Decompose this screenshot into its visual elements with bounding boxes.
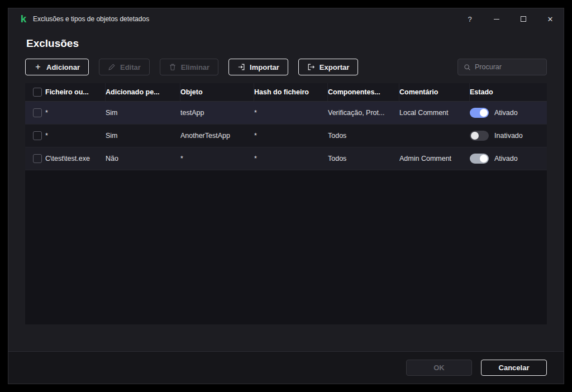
- add-button[interactable]: + Adicionar: [25, 59, 89, 75]
- export-button[interactable]: Exportar: [298, 59, 358, 75]
- export-button-label: Exportar: [320, 63, 349, 71]
- cell-object: testApp: [180, 109, 254, 117]
- header-components[interactable]: Componentes...: [328, 83, 399, 101]
- row-checkbox[interactable]: [33, 131, 42, 140]
- row-checkbox[interactable]: [33, 108, 42, 117]
- table-empty-area: [25, 170, 547, 324]
- state-toggle[interactable]: [470, 108, 489, 118]
- titlebar: k Exclusões e tipos de objetos detetados…: [8, 8, 564, 30]
- state-toggle[interactable]: [470, 154, 489, 164]
- cell-state: Ativado: [470, 108, 547, 118]
- select-all-checkbox[interactable]: [33, 88, 42, 97]
- row-checkbox[interactable]: [33, 154, 42, 163]
- cell-file: *: [45, 109, 106, 117]
- maximize-icon: [521, 16, 526, 22]
- cell-components: Verificação, Prot...: [328, 109, 399, 117]
- search-box: [457, 59, 547, 75]
- exclusions-table: Ficheiro ou... Adicionado pe... Objeto H…: [25, 83, 547, 324]
- cell-state: Inativado: [470, 131, 547, 141]
- cell-components: Todos: [328, 132, 399, 140]
- ok-button-label: OK: [433, 364, 445, 372]
- cell-file: *: [45, 132, 106, 140]
- cell-added-by: Sim: [106, 132, 180, 140]
- ok-button[interactable]: OK: [406, 360, 472, 376]
- cell-components: Todos: [328, 155, 399, 162]
- search-icon: [464, 64, 471, 71]
- add-button-label: Adicionar: [46, 63, 80, 71]
- import-button-label: Importar: [250, 63, 279, 71]
- cell-hash: *: [254, 155, 328, 162]
- cell-added-by: Não: [106, 155, 180, 162]
- table-row[interactable]: C\test\test.exe Não * * Todos Admin Comm…: [25, 147, 547, 170]
- header-state[interactable]: Estado: [470, 83, 547, 101]
- header-added-by[interactable]: Adicionado pe...: [106, 83, 180, 101]
- cell-comment: Local Comment: [399, 109, 470, 117]
- dialog-window: k Exclusões e tipos de objetos detetados…: [8, 8, 564, 384]
- table-header-row: Ficheiro ou... Adicionado pe... Objeto H…: [25, 83, 547, 102]
- cell-added-by: Sim: [106, 109, 180, 117]
- import-button[interactable]: Importar: [228, 59, 288, 75]
- footer: OK Cancelar: [8, 351, 564, 384]
- pencil-icon: [108, 63, 116, 71]
- header-object[interactable]: Objeto: [180, 83, 254, 101]
- cell-hash: *: [254, 109, 328, 117]
- minimize-button[interactable]: [483, 8, 510, 30]
- maximize-button[interactable]: [510, 8, 537, 30]
- kaspersky-logo-icon: k: [18, 14, 28, 24]
- header-hash[interactable]: Hash do ficheiro: [254, 83, 328, 101]
- plus-icon: +: [34, 63, 42, 71]
- close-button[interactable]: ✕: [537, 8, 564, 30]
- state-toggle[interactable]: [470, 131, 489, 141]
- state-label: Ativado: [494, 155, 518, 162]
- delete-button-label: Eliminar: [181, 63, 209, 71]
- cell-hash: *: [254, 132, 328, 140]
- table-row[interactable]: * Sim testApp * Verificação, Prot... Loc…: [25, 102, 547, 125]
- cell-object: *: [180, 155, 254, 162]
- header-checkbox-cell: [25, 83, 45, 101]
- page-title: Exclusões: [26, 37, 564, 50]
- cancel-button[interactable]: Cancelar: [481, 360, 547, 376]
- state-label: Ativado: [494, 109, 518, 117]
- cell-object: AnotherTestApp: [180, 132, 254, 140]
- header-file[interactable]: Ficheiro ou...: [45, 83, 106, 101]
- cell-comment: Admin Comment: [399, 155, 470, 162]
- minimize-icon: [494, 19, 499, 20]
- import-icon: [237, 63, 245, 71]
- cell-file: C\test\test.exe: [45, 155, 106, 162]
- help-icon: ?: [468, 15, 471, 23]
- edit-button[interactable]: Editar: [99, 59, 150, 75]
- cell-state: Ativado: [470, 154, 547, 164]
- window-title: Exclusões e tipos de objetos detetados: [33, 15, 149, 23]
- trash-icon: [169, 63, 177, 71]
- export-icon: [307, 63, 315, 71]
- delete-button[interactable]: Eliminar: [160, 59, 218, 75]
- help-button[interactable]: ?: [456, 8, 483, 30]
- table-row[interactable]: * Sim AnotherTestApp * Todos Inativado: [25, 125, 547, 147]
- state-label: Inativado: [494, 132, 523, 140]
- header-comment[interactable]: Comentário: [399, 83, 470, 101]
- cancel-button-label: Cancelar: [499, 364, 530, 372]
- toolbar: + Adicionar Editar Eliminar: [25, 59, 547, 75]
- close-icon: ✕: [547, 15, 554, 23]
- search-input[interactable]: [475, 63, 541, 71]
- edit-button-label: Editar: [120, 63, 141, 71]
